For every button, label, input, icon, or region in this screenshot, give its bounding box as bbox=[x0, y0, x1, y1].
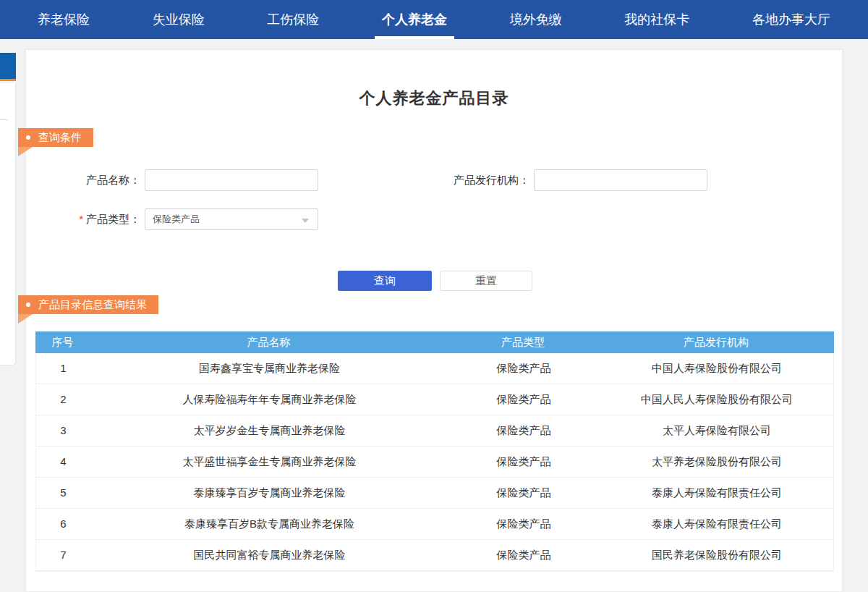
cell-issuer: 太平人寿保险有限公司 bbox=[599, 415, 835, 446]
cell-index: 6 bbox=[36, 509, 90, 539]
table-row: 1国寿鑫享宝专属商业养老保险保险类产品中国人寿保险股份有限公司 bbox=[36, 353, 833, 384]
section-heading-results-text: 产品目录信息查询结果 bbox=[38, 298, 147, 312]
cell-index: 4 bbox=[36, 447, 90, 477]
section-heading-query-text: 查询条件 bbox=[38, 131, 82, 145]
cell-product-name: 泰康臻享百岁专属商业养老保险 bbox=[90, 478, 448, 508]
cell-index: 5 bbox=[36, 478, 90, 508]
nav-item[interactable]: 失业保险 bbox=[153, 0, 205, 39]
nav-item[interactable]: 我的社保卡 bbox=[624, 0, 689, 39]
product-type-label: *产品类型： bbox=[26, 213, 140, 227]
nav-item-active[interactable]: 个人养老金 bbox=[382, 0, 447, 39]
nav-item[interactable]: 养老保险 bbox=[38, 0, 90, 39]
sidebar-divider bbox=[0, 119, 8, 120]
cell-product-type: 保险类产品 bbox=[448, 478, 599, 508]
cell-product-name: 泰康臻享百岁B款专属商业养老保险 bbox=[90, 509, 448, 539]
cell-issuer: 国民养老保险股份有限公司 bbox=[599, 540, 835, 570]
cell-product-type: 保险类产品 bbox=[448, 384, 599, 415]
product-name-input[interactable] bbox=[145, 169, 318, 191]
cell-issuer: 泰康人寿保险有限责任公司 bbox=[599, 509, 835, 539]
sidebar-collapsed-panel bbox=[0, 83, 16, 365]
issuer-input[interactable] bbox=[534, 169, 707, 191]
product-name-field: 产品名称： bbox=[26, 169, 318, 191]
cell-product-type: 保险类产品 bbox=[448, 353, 599, 384]
page-title: 个人养老金产品目录 bbox=[26, 88, 842, 109]
cell-product-name: 太平盛世福享金生专属商业养老保险 bbox=[90, 447, 448, 477]
cell-issuer: 太平养老保险股份有限公司 bbox=[599, 447, 835, 477]
issuer-label: 产品发行机构： bbox=[337, 174, 529, 187]
product-type-select[interactable]: 保险类产品 bbox=[145, 208, 318, 230]
nav-item[interactable]: 境外免缴 bbox=[510, 0, 562, 39]
bullet-icon bbox=[26, 135, 30, 140]
reset-button[interactable]: 重置 bbox=[440, 271, 532, 291]
required-asterisk: * bbox=[79, 213, 83, 225]
table-row: 3太平岁岁金生专属商业养老保险保险类产品太平人寿保险有限公司 bbox=[36, 415, 833, 447]
table-row: 7国民共同富裕专属商业养老保险保险类产品国民养老保险股份有限公司 bbox=[36, 540, 833, 571]
ribbon-fold bbox=[18, 147, 33, 156]
cell-product-name: 国民共同富裕专属商业养老保险 bbox=[90, 540, 448, 570]
nav-item[interactable]: 工伤保险 bbox=[267, 0, 319, 39]
column-header-index: 序号 bbox=[35, 331, 90, 353]
bullet-icon bbox=[26, 303, 30, 307]
results-table: 序号产品名称产品类型产品发行机构 1国寿鑫享宝专属商业养老保险保险类产品中国人寿… bbox=[35, 331, 834, 572]
cell-product-name: 太平岁岁金生专属商业养老保险 bbox=[90, 415, 448, 446]
table-row: 6泰康臻享百岁B款专属商业养老保险保险类产品泰康人寿保险有限责任公司 bbox=[36, 509, 833, 540]
product-type-field: *产品类型： 保险类产品 bbox=[26, 208, 318, 230]
form-buttons: 查询 重置 bbox=[338, 271, 532, 291]
cell-product-type: 保险类产品 bbox=[448, 509, 599, 539]
cell-issuer: 中国人寿保险股份有限公司 bbox=[599, 353, 835, 384]
section-heading-query: 查询条件 bbox=[18, 128, 93, 147]
cell-issuer: 中国人民人寿保险股份有限公司 bbox=[599, 384, 835, 415]
ribbon-fold bbox=[18, 314, 33, 324]
issuer-field: 产品发行机构： bbox=[337, 169, 707, 191]
cell-index: 2 bbox=[36, 384, 90, 415]
cell-product-type: 保险类产品 bbox=[448, 415, 599, 446]
cell-product-type: 保险类产品 bbox=[448, 447, 599, 477]
cell-index: 3 bbox=[36, 415, 90, 446]
column-header-product-type: 产品类型 bbox=[448, 331, 598, 353]
nav-item[interactable]: 各地办事大厅 bbox=[752, 0, 830, 39]
table-header-row: 序号产品名称产品类型产品发行机构 bbox=[35, 331, 834, 353]
top-nav: 养老保险失业保险工伤保险个人养老金境外免缴我的社保卡各地办事大厅 bbox=[0, 0, 868, 39]
column-header-issuer: 产品发行机构 bbox=[598, 331, 834, 353]
cell-product-type: 保险类产品 bbox=[448, 540, 599, 570]
product-type-selected-value: 保险类产品 bbox=[145, 213, 200, 226]
section-heading-results: 产品目录信息查询结果 bbox=[18, 295, 158, 314]
cell-issuer: 泰康人寿保险有限责任公司 bbox=[599, 478, 835, 508]
table-row: 2人保寿险福寿年年专属商业养老保险保险类产品中国人民人寿保险股份有限公司 bbox=[36, 384, 833, 415]
cell-index: 1 bbox=[36, 353, 90, 384]
table-row: 5泰康臻享百岁专属商业养老保险保险类产品泰康人寿保险有限责任公司 bbox=[36, 478, 833, 509]
product-name-label: 产品名称： bbox=[26, 174, 140, 187]
table-body: 1国寿鑫享宝专属商业养老保险保险类产品中国人寿保险股份有限公司2人保寿险福寿年年… bbox=[35, 353, 834, 572]
table-row: 4太平盛世福享金生专属商业养老保险保险类产品太平养老保险股份有限公司 bbox=[36, 447, 833, 478]
column-header-product-name: 产品名称 bbox=[90, 331, 448, 353]
main-card: 个人养老金产品目录 产品名称： 产品发行机构： *产品类型： 保险类产品 查询 … bbox=[25, 49, 843, 592]
search-button[interactable]: 查询 bbox=[338, 271, 432, 291]
cell-index: 7 bbox=[36, 540, 90, 570]
product-type-label-text: 产品类型： bbox=[86, 213, 140, 225]
chevron-down-icon bbox=[302, 219, 309, 223]
cell-product-name: 国寿鑫享宝专属商业养老保险 bbox=[90, 353, 448, 384]
cell-product-name: 人保寿险福寿年年专属商业养老保险 bbox=[90, 384, 448, 415]
sidebar-collapsed-tab[interactable] bbox=[0, 53, 16, 81]
